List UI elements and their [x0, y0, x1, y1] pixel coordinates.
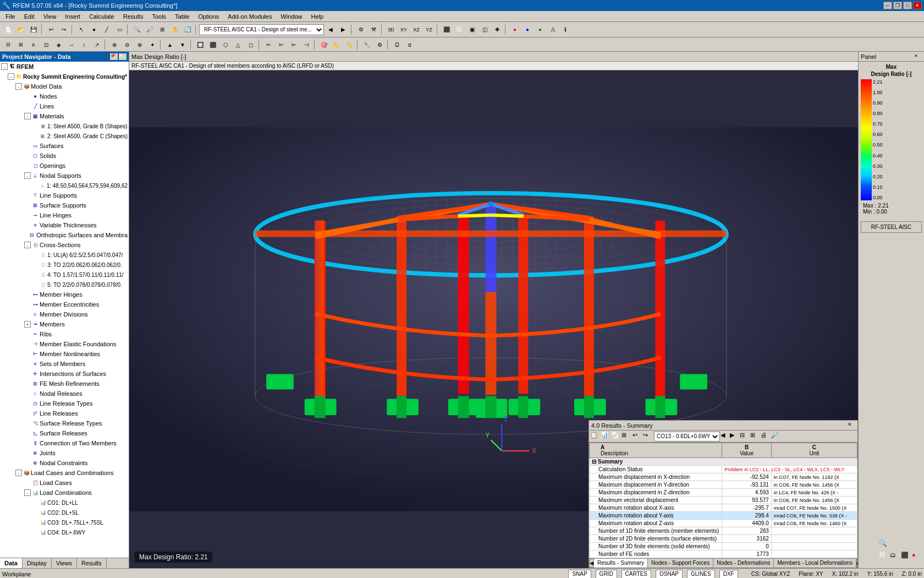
rt-btn5[interactable]: ↩: [632, 432, 642, 441]
tb2-22[interactable]: ⊢: [288, 39, 300, 51]
menu-insert[interactable]: Insert: [61, 12, 85, 21]
tree-line-hinges[interactable]: ⊸ Line Hinges: [0, 210, 129, 220]
tree-load-combinations[interactable]: - 📊 Load Combinations: [0, 488, 129, 498]
nav-pin-btn[interactable]: 📌: [110, 53, 118, 60]
expand-project[interactable]: -: [8, 73, 14, 80]
tree-surface-supports[interactable]: ⊠ Surface Supports: [0, 200, 129, 210]
viewport[interactable]: X Y Z: [129, 70, 858, 568]
rt-nav-next[interactable]: ▶: [730, 432, 739, 441]
rt-btn8[interactable]: ⊞: [750, 432, 760, 441]
rt-btn1[interactable]: 📋: [590, 432, 600, 441]
tb2-27[interactable]: 🔧: [361, 39, 373, 51]
panel-close-btn[interactable]: ✕: [914, 53, 922, 60]
tb2-25[interactable]: 📐: [331, 39, 343, 51]
tb2-10[interactable]: ⊖: [121, 39, 133, 51]
cartes-toggle[interactable]: CARTES: [622, 570, 651, 579]
tree-joints[interactable]: ⊕ Joints: [0, 448, 129, 458]
nav-tab-views[interactable]: Views: [52, 558, 77, 568]
row-disp-x[interactable]: Maximum displacement in X-direction -92.…: [590, 473, 857, 481]
tree-line-supports[interactable]: ⊤ Line Supports: [0, 190, 129, 200]
results-tab-node-support[interactable]: Nodes - Support Forces: [648, 559, 713, 568]
tb2-20[interactable]: ✂: [262, 39, 274, 51]
tb2-19[interactable]: ◻: [245, 39, 257, 51]
tb2-4[interactable]: ⊡: [40, 39, 52, 51]
tb2-2[interactable]: ⊞: [15, 39, 27, 51]
tb2-18[interactable]: △: [232, 39, 244, 51]
tree-connection-two[interactable]: ⊻ Connection of Two Members: [0, 438, 129, 448]
menu-file[interactable]: File: [1, 12, 20, 21]
tree-load-cases[interactable]: 📋 Load Cases: [0, 478, 129, 488]
results-tab-summary[interactable]: Results - Summary: [594, 559, 648, 568]
tb2-13[interactable]: ▲: [164, 39, 176, 51]
tree-cs3[interactable]: ⌹ 3: TO 2/2/0.062/0.062/0.062/0.: [0, 260, 129, 270]
tb-zoom-out[interactable]: 🔎: [144, 24, 156, 36]
results-close-btn[interactable]: ✕: [848, 422, 855, 429]
rt-btn10[interactable]: 🔎: [771, 432, 781, 441]
menu-view[interactable]: View: [39, 12, 61, 21]
tree-member-elastic[interactable]: ⊣ Member Elastic Foundations: [0, 339, 129, 349]
rf-steel-button[interactable]: RF-STEEL AISC: [861, 221, 922, 233]
osnap-toggle[interactable]: OSNAP: [656, 570, 683, 579]
tb2-15[interactable]: 🔲: [194, 39, 206, 51]
tb-zoom-in[interactable]: 🔍: [131, 24, 143, 36]
tb2-7[interactable]: ↕: [78, 39, 90, 51]
tb2-1[interactable]: ⊟: [2, 39, 14, 51]
expand-model-data[interactable]: -: [15, 83, 22, 90]
tree-ns1[interactable]: ⊥ 1: 48,50,540,564,579,594,609,62: [0, 181, 129, 190]
expand-rfem[interactable]: -: [1, 63, 8, 70]
row-rot-y[interactable]: Maximum rotation about Y-axis 298.4 mrad…: [590, 512, 857, 520]
tb-pan[interactable]: ✋: [169, 24, 181, 36]
tb2-28[interactable]: ⚙: [373, 39, 386, 51]
row-disp-z[interactable]: Maximum displacement in Z-direction 4.59…: [590, 489, 857, 497]
tb-prev[interactable]: ◀: [324, 24, 337, 36]
row-rot-z[interactable]: Maximum rotation about Z-axis 4409.0 mra…: [590, 520, 857, 527]
grid-toggle[interactable]: GRID: [596, 570, 617, 579]
nav-tab-data[interactable]: Data: [0, 558, 23, 568]
nav-close-btn[interactable]: ✕: [119, 53, 127, 60]
results-combo[interactable]: CO13 - 0.6DL+0.6WY: [654, 432, 720, 441]
menu-addon[interactable]: Add-on Modules: [223, 12, 276, 21]
menu-table[interactable]: Table: [170, 12, 194, 21]
rp-icon2[interactable]: 🗂: [890, 552, 900, 561]
rp-icon1[interactable]: ⬜: [879, 552, 889, 561]
tree-members[interactable]: + ━ Members: [0, 319, 129, 329]
tb-warn[interactable]: ⚠: [547, 24, 559, 36]
maximize-button[interactable]: □: [903, 2, 912, 9]
menu-options[interactable]: Options: [194, 12, 223, 21]
tb-display1[interactable]: ⬛: [441, 24, 453, 36]
expand-members[interactable]: +: [24, 321, 31, 328]
tree-surface-release-types[interactable]: ◹ Surface Release Types: [0, 418, 129, 428]
tree-materials[interactable]: - ▦ Materials: [0, 111, 129, 121]
tree-load-cases-combinations[interactable]: - 📦 Load Cases and Combinations: [0, 468, 129, 478]
tree-var-thick[interactable]: ≡ Variable Thicknesses: [0, 220, 129, 230]
tree-member-nonlinear[interactable]: ⊢ Member Nonlinearities: [0, 349, 129, 359]
tb-rotate[interactable]: 🔄: [182, 24, 194, 36]
rt-btn3[interactable]: 📈: [611, 432, 621, 441]
tree-orthotropic[interactable]: ⊟ Orthotropic Surfaces and Membra: [0, 230, 129, 240]
tb2-17[interactable]: ⬡: [219, 39, 232, 51]
tree-mat2[interactable]: ▣ 2: Steel A500, Grade C (Shapes): [0, 131, 129, 141]
rp-icon3[interactable]: ⬛: [901, 552, 911, 561]
tree-member-eccentricities[interactable]: ⊶ Member Eccentricities: [0, 299, 129, 309]
menu-calculate[interactable]: Calculate: [85, 12, 119, 21]
results-tabs-next[interactable]: ▶: [856, 559, 857, 568]
tb-next[interactable]: ▶: [337, 24, 349, 36]
tb2-29[interactable]: Ω: [391, 39, 403, 51]
expand-nodal-supports[interactable]: -: [24, 172, 31, 179]
tree-solids[interactable]: ⬡ Solids: [0, 151, 129, 161]
tb-open[interactable]: 📂: [15, 24, 27, 36]
tb-surface[interactable]: ▭: [113, 24, 125, 36]
expand-load[interactable]: -: [15, 470, 22, 476]
row-disp-vec[interactable]: Maximum vectorial displacement 93.577 in…: [590, 497, 857, 504]
row-fe3d[interactable]: Number of 3D finite elements (solid elem…: [590, 543, 857, 550]
tree-co4[interactable]: 📊 CO4: DL+.6WY: [0, 527, 129, 537]
row-fe2d[interactable]: Number of 2D finite elements (surface el…: [590, 535, 857, 543]
minimize-button[interactable]: ─: [883, 2, 892, 9]
tree-line-release-types[interactable]: ◷ Line Release Types: [0, 399, 129, 408]
row-fe1d[interactable]: Number of 1D finite elements (member ele…: [590, 527, 857, 535]
tb-redo[interactable]: ↪: [58, 24, 70, 36]
row-disp-y[interactable]: Maximum displacement in Y-direction -93.…: [590, 481, 857, 489]
expand-materials[interactable]: -: [24, 113, 31, 119]
results-tab-node-deform[interactable]: Nodes - Deformations: [713, 559, 774, 568]
tree-co1[interactable]: 📊 CO1: DL+LL: [0, 498, 129, 508]
